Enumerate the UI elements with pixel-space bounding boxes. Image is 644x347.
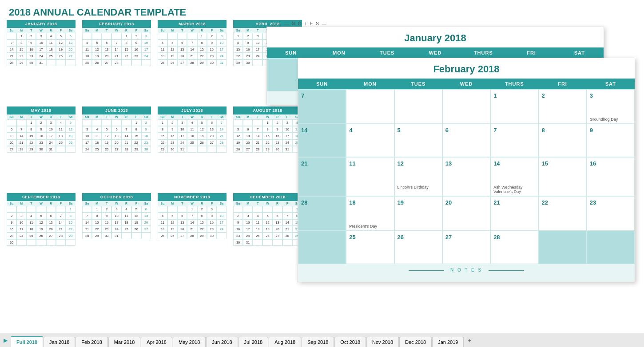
day-cell: 20	[273, 226, 282, 233]
day-header: F	[56, 114, 66, 119]
day-cell: 8	[262, 126, 272, 133]
day-header: M	[16, 201, 26, 206]
day-header: T	[253, 28, 262, 33]
day-cell: 6	[46, 213, 56, 219]
tab-aug-2018[interactable]: Aug 2018	[269, 337, 301, 347]
day-header: Su	[82, 114, 92, 119]
day-header: T	[177, 201, 187, 206]
day-cell: 19	[102, 139, 111, 146]
table-row	[442, 89, 490, 124]
day-header: M	[92, 114, 102, 119]
day-cell: 24	[282, 139, 292, 146]
tab-add-button[interactable]: +	[464, 335, 475, 346]
day-cell	[26, 239, 36, 246]
small-cal-days: SuMTWRFSa1234567891011121314151617181920…	[7, 28, 76, 66]
small-cal-header: MARCH 2018	[158, 20, 227, 28]
day-cell	[111, 33, 121, 39]
tab-mar-2018[interactable]: Mar 2018	[108, 337, 140, 347]
day-cell: 11	[92, 133, 102, 139]
tab-nov-2018[interactable]: Nov 2018	[366, 337, 399, 347]
day-header: Su	[233, 114, 243, 119]
day-cell: 11	[122, 213, 131, 219]
day-header: M	[167, 114, 177, 119]
tab-sep-2018[interactable]: Sep 2018	[302, 337, 334, 347]
day-cell: 17	[111, 219, 121, 226]
day-cell: 5	[131, 206, 141, 213]
day-cell: 7	[187, 39, 197, 46]
day-header: Sa	[141, 28, 151, 33]
day-cell: 1	[92, 206, 102, 213]
day-cell: 4	[158, 213, 167, 219]
day-cell: 18	[26, 226, 36, 233]
notes-label-feb: N O T E S	[450, 268, 482, 272]
day-cell: 27	[177, 233, 187, 239]
day-header: Su	[158, 201, 167, 206]
tab-apr-2018[interactable]: Apr 2018	[141, 337, 172, 347]
day-header: W	[262, 201, 272, 206]
tab-jul-2018[interactable]: Jul 2018	[239, 337, 269, 347]
tab-nav-left[interactable]: ▶	[1, 336, 10, 345]
day-cell: 16	[141, 133, 151, 139]
day-cell: 15	[197, 46, 207, 53]
day-cell: 31	[177, 146, 187, 153]
tab-jan-2019[interactable]: Jan 2019	[432, 337, 464, 347]
day-cell: 19	[36, 226, 46, 233]
day-cell: 22	[66, 226, 76, 233]
day-cell: 7	[282, 213, 292, 219]
tab-dec-2018[interactable]: Dec 2018	[399, 337, 432, 347]
day-cell	[207, 146, 217, 153]
table-row: 2	[538, 89, 586, 124]
small-cal-header: FEBRUARY 2018	[82, 20, 151, 28]
day-cell: 30	[167, 146, 177, 153]
tab-jan-2018[interactable]: Jan 2018	[44, 337, 75, 347]
feb-col-fri: FRI	[538, 79, 586, 89]
day-cell: 8	[16, 39, 26, 46]
table-row: 6	[442, 124, 490, 157]
day-cell: 23	[243, 53, 253, 59]
small-calendar-august-2018: AUGUST 2018SuMTWRFSa12345678910111213141…	[233, 106, 302, 189]
day-cell: 11	[82, 46, 92, 53]
day-cell: 25	[46, 53, 56, 59]
small-cal-days: SuMTWRFSa1234567891011121314151617181920…	[158, 28, 227, 66]
small-calendar-february-2018: FEBRUARY 2018SuMTWRFSa123456789101112131…	[82, 20, 151, 102]
small-calendar-november-2018: NOVEMBER 2018SuMTWRFSa123456789101112131…	[158, 193, 227, 275]
day-cell: 27	[207, 139, 217, 146]
day-cell: 7	[217, 119, 227, 126]
small-cal-header: MAY 2018	[7, 106, 76, 114]
day-cell: 5	[56, 33, 66, 39]
day-cell: 12	[262, 219, 272, 226]
day-header: R	[197, 28, 207, 33]
day-header: F	[56, 201, 66, 206]
small-cal-days: SuMTWRFSa1234567891011121314151617181920…	[158, 201, 227, 239]
day-cell: 1	[16, 33, 26, 39]
tab-oct-2018[interactable]: Oct 2018	[334, 337, 366, 347]
day-cell: 28	[282, 233, 292, 239]
day-cell: 18	[158, 226, 167, 233]
day-cell: 17	[16, 226, 26, 233]
day-header: F	[207, 114, 217, 119]
day-header: W	[36, 201, 46, 206]
tab-full-2018[interactable]: Full 2018	[11, 336, 43, 347]
day-header: R	[122, 201, 131, 206]
day-cell: 16	[233, 226, 243, 233]
day-cell	[16, 206, 26, 213]
day-cell: 12	[66, 126, 76, 133]
tab-jun-2018[interactable]: Jun 2018	[206, 337, 238, 347]
day-cell	[158, 206, 167, 213]
day-cell: 15	[122, 46, 131, 53]
tab-may-2018[interactable]: May 2018	[173, 337, 206, 347]
day-cell: 26	[167, 59, 177, 66]
day-cell: 5	[233, 126, 243, 133]
small-cal-header: AUGUST 2018	[233, 106, 302, 114]
day-cell: 9	[102, 213, 111, 219]
day-cell: 9	[167, 126, 177, 133]
day-cell	[262, 206, 272, 213]
day-cell: 26	[197, 139, 207, 146]
day-cell: 14	[187, 219, 197, 226]
day-cell: 18	[82, 53, 92, 59]
day-cell: 8	[122, 39, 131, 46]
table-row: 26	[394, 231, 442, 264]
table-row: 19	[394, 196, 442, 231]
tab-feb-2018[interactable]: Feb 2018	[76, 337, 107, 347]
day-cell: 2	[197, 206, 207, 213]
